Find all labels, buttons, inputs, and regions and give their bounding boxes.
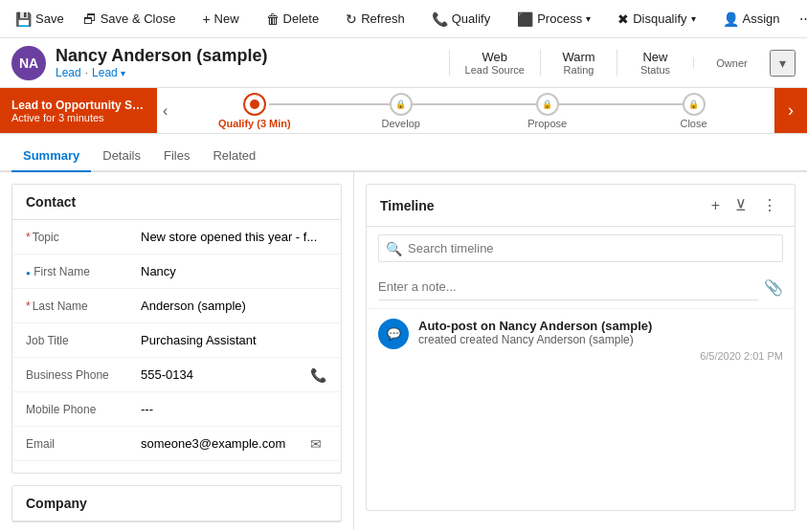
stage-next-button[interactable]: › — [774, 88, 807, 133]
stage-qualify[interactable]: Qualify (3 Min) — [181, 93, 327, 129]
record-type[interactable]: Lead ▾ — [92, 66, 125, 79]
header-info: Nancy Anderson (sample) Lead · Lead ▾ — [56, 46, 267, 79]
field-topic-label: *Topic — [26, 231, 141, 244]
timeline-event-sub-value: created Nancy Anderson (sample) — [460, 333, 633, 346]
toolbar: 💾 Save 🗗 Save & Close + New 🗑 Delete ↻ R… — [0, 0, 807, 38]
phone-icon[interactable]: 📞 — [310, 367, 326, 383]
disqualify-icon: ✖ — [617, 11, 629, 27]
email-input[interactable] — [141, 436, 304, 452]
tab-files[interactable]: Files — [152, 141, 201, 172]
stage-develop[interactable]: 🔒 Develop — [327, 93, 474, 129]
delete-button[interactable]: 🗑 Delete — [258, 8, 327, 31]
field-email: Email ✉ — [12, 427, 341, 461]
assign-button[interactable]: 👤 Assign — [715, 8, 788, 31]
meta-rating-value: Warm — [562, 50, 594, 64]
more-icon: ⋮ — [762, 197, 777, 213]
meta-rating: Warm Rating — [540, 50, 616, 76]
timeline-search-input[interactable] — [378, 234, 783, 262]
field-last-name: *Last Name — [12, 289, 341, 323]
meta-status-value: New — [642, 50, 667, 64]
qualify-icon: 📞 — [432, 11, 448, 27]
company-section: Company — [11, 485, 342, 522]
stage-promo-sub: Active for 3 minutes — [11, 112, 146, 123]
attach-icon[interactable]: 📎 — [764, 278, 783, 297]
timeline-event-title: Auto-post on Nancy Anderson (sample) — [418, 319, 783, 333]
stages-container: Qualify (3 Min) 🔒 Develop 🔒 Propose — [173, 88, 774, 133]
tab-details[interactable]: Details — [91, 141, 152, 172]
field-business-phone-label: Business Phone — [26, 368, 141, 382]
meta-owner-label: Owner — [716, 57, 747, 69]
timeline-card: Timeline + ⊻ ⋮ 🔍 — [366, 184, 796, 511]
stage-bar: Lead to Opportunity Sale... Active for 3… — [0, 88, 807, 134]
timeline-avatar-icon: 💬 — [387, 327, 401, 341]
record-type-link[interactable]: Lead — [56, 66, 81, 79]
topic-input[interactable] — [141, 230, 327, 245]
field-job-title: Job Title — [12, 323, 341, 358]
field-job-title-label: Job Title — [26, 334, 141, 347]
process-chevron-icon: ▾ — [586, 13, 591, 24]
header-meta: Web Lead Source Warm Rating New Status O… — [449, 50, 796, 77]
note-input[interactable] — [378, 274, 758, 300]
job-title-input[interactable] — [141, 333, 327, 348]
record-subtitle: Lead · Lead ▾ — [56, 66, 267, 79]
stage-propose-label: Propose — [527, 118, 567, 129]
timeline-more-button[interactable]: ⋮ — [758, 194, 781, 216]
timeline-add-button[interactable]: + — [707, 194, 724, 216]
timeline-filter-button[interactable]: ⊻ — [731, 194, 751, 216]
filter-icon: ⊻ — [735, 197, 747, 213]
process-button[interactable]: ⬛ Process ▾ — [509, 8, 598, 31]
stage-develop-circle: 🔒 — [390, 93, 413, 116]
stage-close[interactable]: 🔒 Close — [620, 93, 767, 129]
disqualify-button[interactable]: ✖ Disqualify ▾ — [610, 8, 703, 31]
stage-propose-circle: 🔒 — [536, 93, 559, 116]
qualify-button[interactable]: 📞 Qualify — [424, 8, 498, 31]
field-last-name-label: *Last Name — [26, 299, 141, 313]
timeline-title: Timeline — [380, 198, 707, 213]
timeline-search: 🔍 — [378, 234, 783, 262]
timeline-actions: + ⊻ ⋮ — [707, 194, 781, 216]
stage-close-circle: 🔒 — [683, 93, 706, 116]
add-icon: + — [711, 197, 720, 213]
timeline-event-sub: created created Nancy Anderson (sample) — [418, 333, 783, 346]
assign-icon: 👤 — [723, 11, 739, 27]
first-name-input[interactable] — [141, 264, 327, 279]
note-input-row: 📎 — [378, 274, 783, 300]
more-button[interactable]: ⋯ — [792, 8, 807, 30]
refresh-button[interactable]: ↻ Refresh — [338, 8, 413, 31]
business-phone-input[interactable] — [141, 367, 304, 383]
disqualify-chevron-icon: ▾ — [691, 13, 696, 24]
timeline-header: Timeline + ⊻ ⋮ — [367, 185, 795, 227]
tab-related[interactable]: Related — [201, 141, 267, 172]
field-job-title-value — [141, 333, 327, 348]
save-close-icon: 🗗 — [83, 11, 97, 27]
email-icon[interactable]: ✉ — [310, 436, 322, 452]
stage-propose[interactable]: 🔒 Propose — [474, 93, 620, 129]
tabs: Summary Details Files Related — [0, 134, 807, 172]
save-button[interactable]: 💾 Save — [8, 8, 72, 31]
left-panel: Contact *Topic ● First Name — [0, 172, 354, 530]
save-icon: 💾 — [15, 11, 32, 27]
new-button[interactable]: + New — [194, 8, 246, 31]
contact-section-title: Contact — [12, 185, 341, 220]
field-topic-value — [141, 230, 327, 245]
field-business-phone: Business Phone 📞 — [12, 358, 341, 392]
meta-lead-source: Web Lead Source — [449, 50, 540, 76]
tab-summary[interactable]: Summary — [11, 141, 91, 172]
section-footer — [12, 461, 341, 473]
stage-promo[interactable]: Lead to Opportunity Sale... Active for 3… — [0, 88, 157, 133]
save-close-button[interactable]: 🗗 Save & Close — [76, 8, 184, 31]
main-content: Contact *Topic ● First Name — [0, 172, 807, 530]
stage-promo-title: Lead to Opportunity Sale... — [11, 99, 146, 112]
chevron-down-icon: ▾ — [121, 68, 125, 78]
timeline-item: 💬 Auto-post on Nancy Anderson (sample) c… — [367, 308, 795, 371]
mobile-phone-input[interactable] — [141, 402, 327, 417]
required-indicator-blue: ● — [26, 269, 31, 277]
meta-lead-source-label: Lead Source — [465, 64, 525, 76]
last-name-input[interactable] — [141, 299, 327, 314]
header-expand-button[interactable]: ▾ — [770, 50, 796, 77]
field-first-name-value — [141, 264, 327, 279]
record-header: NA Nancy Anderson (sample) Lead · Lead ▾… — [0, 38, 807, 88]
field-mobile-phone-label: Mobile Phone — [26, 403, 141, 416]
stage-prev-button[interactable]: ‹ — [157, 88, 173, 133]
timeline-item-content: Auto-post on Nancy Anderson (sample) cre… — [418, 319, 783, 362]
